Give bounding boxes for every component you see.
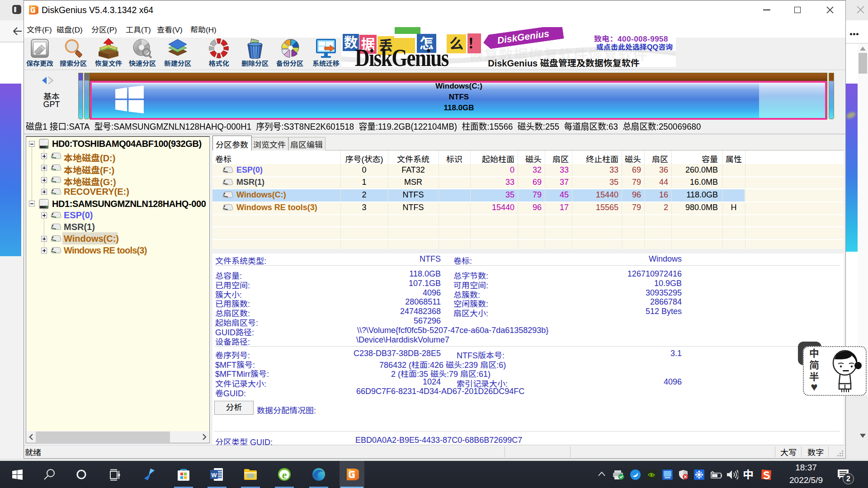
svg-text:e: e	[282, 469, 287, 481]
svg-text:W: W	[211, 472, 217, 479]
